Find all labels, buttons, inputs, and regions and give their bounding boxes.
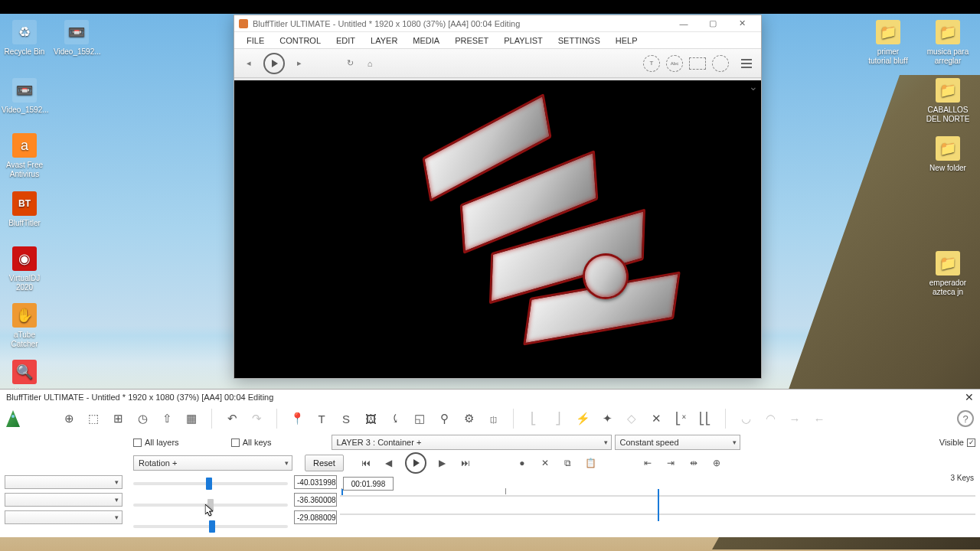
slider-y[interactable] <box>133 504 288 507</box>
gears-icon[interactable]: ⚙ <box>458 408 479 429</box>
menu-media[interactable]: MEDIA <box>405 36 447 45</box>
refresh-button[interactable]: ↻ <box>340 54 360 73</box>
step-back-button[interactable]: ◀ <box>381 455 397 471</box>
undo-button[interactable]: ↶ <box>221 408 243 429</box>
minimize-button[interactable]: ― <box>669 16 698 31</box>
add-button[interactable]: ⊕ <box>58 408 80 429</box>
extra-dropdown[interactable]: ▾ <box>5 510 122 524</box>
slider-thumb[interactable] <box>209 520 215 533</box>
pin-icon[interactable]: 📍 <box>286 408 308 429</box>
home-button[interactable]: ⌂ <box>360 54 380 73</box>
key-nav-button[interactable]: ⇥ <box>663 455 678 471</box>
bezier-icon[interactable]: ⤹ <box>384 408 406 429</box>
tool-icon[interactable]: ⚡ <box>572 408 593 429</box>
speed-dropdown[interactable]: Constant speed▾ <box>615 435 740 450</box>
slider-thumb[interactable] <box>206 478 212 490</box>
menu-file[interactable]: FILE <box>239 36 272 45</box>
record-button[interactable]: ● <box>514 455 530 471</box>
menu-edit[interactable]: EDIT <box>328 36 363 45</box>
timeline[interactable]: 00:01.998 3 Keys <box>340 474 975 536</box>
folder-icon: 📁 <box>936 251 960 276</box>
tool-icon[interactable]: ⎣⎣ <box>694 408 716 429</box>
tool-icon[interactable]: ✦ <box>596 408 618 429</box>
step-fwd-button[interactable]: ▶ <box>435 455 450 471</box>
maximize-button[interactable]: ▢ <box>698 16 727 31</box>
desktop-icon[interactable]: ◉VirtualDJ 2020 <box>2 246 47 292</box>
selection-rect-icon[interactable] <box>689 57 706 70</box>
key-nav-button[interactable]: ⇹ <box>686 455 701 471</box>
time-input[interactable]: 00:01.998 <box>343 477 394 491</box>
play-button[interactable] <box>405 452 426 474</box>
panel-toolbar: ⊕ ⬚ ⊞ ◷ ⇧ ▦ ↶ ↷ 📍 T S 🖼 ⤹ ◱ ⚲ ⚙ ⎅ ⎣ ⎦ ⚡ … <box>0 405 980 432</box>
slider-thumb[interactable] <box>207 499 214 511</box>
panel-close-button[interactable]: ✕ <box>965 391 974 403</box>
viewport[interactable]: ⌄ <box>234 78 761 378</box>
layout-button[interactable]: ⊞ <box>107 408 129 429</box>
link-icon[interactable]: ⚲ <box>433 408 455 429</box>
tool-icon[interactable]: ✕ <box>645 408 667 429</box>
value-z-input[interactable]: -29.088009 <box>294 510 337 524</box>
music-icon: 🔍 <box>12 360 37 384</box>
selection-abc-icon[interactable]: Abc <box>666 55 683 72</box>
desktop-icon[interactable]: aAvast Free Antivirus <box>2 133 47 179</box>
help-button[interactable]: ? <box>957 410 974 427</box>
all-keys-checkbox[interactable]: All keys <box>231 438 272 447</box>
menu-preset[interactable]: PRESET <box>447 36 496 45</box>
visible-checkbox[interactable]: Visible✓ <box>939 438 975 447</box>
desktop-icon[interactable]: 📁primer tutorial bluff <box>865 20 911 66</box>
open-button[interactable]: ⬚ <box>83 408 104 429</box>
desktop-icon[interactable]: BTBluffTitler <box>2 191 47 228</box>
desktop-icon[interactable]: 📁musica para arreglar <box>925 20 971 66</box>
cube-icon[interactable]: ◱ <box>409 408 430 429</box>
go-start-button[interactable]: ⏮ <box>358 455 374 471</box>
property-dropdown[interactable]: Rotation +▾ <box>133 455 292 471</box>
slider-x[interactable] <box>133 482 288 485</box>
folder-icon: 📁 <box>936 78 960 103</box>
reset-button[interactable]: Reset <box>305 455 344 471</box>
paste-key-button[interactable]: 📋 <box>583 455 599 471</box>
film-button[interactable]: ▦ <box>181 408 202 429</box>
desktop-icon[interactable]: 📁New folder <box>925 136 971 173</box>
desktop-icon[interactable]: 📁CABALLOS DEL NORTE <box>925 78 971 124</box>
desktop-icon[interactable]: ♻Recycle Bin <box>2 20 47 57</box>
go-end-button[interactable]: ⏭ <box>458 455 473 471</box>
delete-key-button[interactable]: ✕ <box>537 455 553 471</box>
menu-playlist[interactable]: PLAYLIST <box>496 36 550 45</box>
play-button[interactable] <box>263 53 285 74</box>
value-x-input[interactable]: -40.031998 <box>294 475 337 489</box>
next-button[interactable]: ▸ <box>289 54 309 73</box>
close-button[interactable]: ✕ <box>727 16 756 31</box>
export-button[interactable]: ⇧ <box>156 408 178 429</box>
menu-control[interactable]: CONTROL <box>272 36 328 45</box>
selection-circle-icon[interactable] <box>712 55 729 72</box>
video-icon: 📼 <box>12 78 37 103</box>
prev-button[interactable]: ◂ <box>239 54 259 73</box>
folder-icon: 📁 <box>936 20 960 44</box>
all-layers-checkbox[interactable]: All layers <box>133 438 179 447</box>
extra-dropdown[interactable]: ▾ <box>5 493 122 507</box>
menu-layer[interactable]: LAYER <box>363 36 405 45</box>
key-nav-button[interactable]: ⊕ <box>709 455 724 471</box>
extra-dropdown[interactable]: ▾ <box>5 475 122 489</box>
desktop-icon[interactable]: 📼Video_1592... <box>2 78 47 115</box>
desktop-icon[interactable]: 📼Video_1592... <box>54 20 100 57</box>
style-icon[interactable]: S <box>335 408 357 429</box>
viewport-dropdown-icon[interactable]: ⌄ <box>749 80 758 93</box>
text-icon[interactable]: T <box>311 408 332 429</box>
selection-text-icon[interactable]: T <box>643 55 660 72</box>
desktop-icon[interactable]: 📁emperador azteca jn <box>925 251 971 297</box>
align-icon[interactable]: ⎅ <box>482 408 504 429</box>
clock-button[interactable]: ◷ <box>132 408 153 429</box>
image-icon[interactable]: 🖼 <box>360 408 381 429</box>
titlebar[interactable]: BluffTitler ULTIMATE - Untitled * 1920 x… <box>234 15 761 32</box>
menu-help[interactable]: HELP <box>608 36 645 45</box>
tool-icon[interactable]: ⎣ˣ <box>670 408 691 429</box>
desktop-icon[interactable]: ✋aTube Catcher <box>2 303 47 349</box>
slider-z[interactable] <box>133 525 288 528</box>
value-y-input[interactable]: -36.360008 <box>294 493 337 507</box>
copy-key-button[interactable]: ⧉ <box>560 455 576 471</box>
key-nav-button[interactable]: ⇤ <box>640 455 655 471</box>
hamburger-menu[interactable] <box>737 54 756 73</box>
layer-dropdown[interactable]: LAYER 3 : Container +▾ <box>332 435 612 450</box>
menu-settings[interactable]: SETTINGS <box>550 36 608 45</box>
